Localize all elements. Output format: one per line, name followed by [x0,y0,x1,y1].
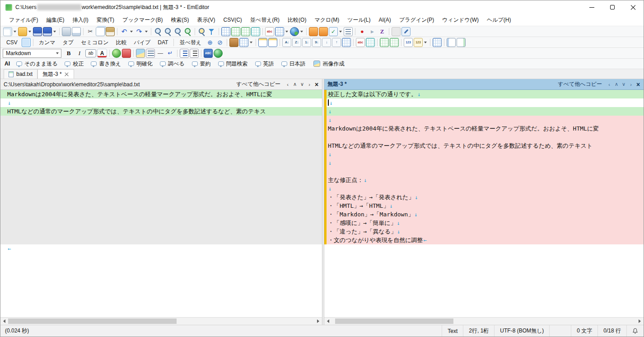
ai-lookup-button[interactable]: 調べる [156,59,188,69]
line-numbers-icon[interactable]: 123 [404,38,413,47]
manage-columns-icon[interactable] [433,38,442,47]
scroll-thumb[interactable] [8,318,177,324]
menu-plugins[interactable]: プラグイン(P) [395,14,438,26]
menu-macros[interactable]: マクロ(M) [310,14,343,26]
ai-find-issues-button[interactable]: 問題検索 [215,59,252,69]
insert-column-icon[interactable] [342,38,351,47]
ai-create-image-button[interactable]: 画像作成 [309,59,348,69]
copy-all-to-other-button[interactable]: すべて他へコピー [233,80,284,88]
sort-az-ascending-icon[interactable]: A↓ [282,38,291,47]
split-pane-right-icon[interactable] [457,38,466,47]
delimiter-columns-icon[interactable] [275,27,284,36]
close-compare-button[interactable]: × [313,81,320,88]
down-change-button[interactable]: ∨ [299,81,306,87]
menu-sort[interactable]: 並べ替え(R) [246,14,284,26]
ai-proofread-button[interactable]: 校正 [61,59,87,69]
left-editor[interactable]: Markdownは2004年に発表さた、テキストベースの軽量マークアップ形式だ。… [0,90,322,317]
zoom-out-icon[interactable] [154,27,163,36]
undo-dropdown[interactable] [129,27,133,36]
unordered-list-icon[interactable] [190,49,199,58]
next-change-button[interactable]: › [306,82,313,87]
save-icon[interactable] [33,27,42,36]
new-file-icon[interactable] [3,27,12,36]
sort-ascending-icon[interactable]: ↓ [322,38,331,47]
ai-english-button[interactable]: 英語 [252,59,278,69]
menu-compare[interactable]: 比較(O) [284,14,310,26]
find-in-files-icon[interactable] [183,27,192,36]
ordered-list-icon[interactable] [180,49,189,58]
clear-format-icon[interactable] [122,49,131,58]
tab-bad-txt[interactable]: bad.txt [4,69,37,79]
web-globe-icon[interactable] [214,49,223,58]
status-doc-type[interactable]: Text [442,325,463,337]
insert-table-icon[interactable] [146,49,155,58]
csv-pipe-button[interactable]: パイプ [131,37,154,47]
open-folder-icon[interactable] [18,27,27,36]
spell-check-icon[interactable]: abc [265,27,274,36]
tab-close-icon[interactable] [65,72,69,76]
minimize-button[interactable] [581,0,602,14]
undo-icon[interactable]: ↶ [120,27,129,36]
menu-help[interactable]: ヘルプ(H) [483,14,515,26]
csv-tab-button[interactable]: タブ [59,37,78,47]
heading-row-icon[interactable] [258,38,267,47]
menu-csv[interactable]: CSV(C) [219,14,246,26]
column-ruler-icon[interactable]: 123 [414,38,423,47]
zoom-in-icon[interactable] [163,27,173,36]
font-color-button[interactable]: A [97,49,107,58]
sort-num-ascending-icon[interactable]: 1↓ [302,38,311,47]
notification-bell-icon[interactable] [626,325,644,337]
status-char-count[interactable]: 0 文字 [571,325,597,337]
horizontal-rule-icon[interactable]: — [156,49,165,58]
play-macro-icon[interactable]: ▶ [368,27,377,36]
scroll-track[interactable] [332,318,636,325]
filter-icon[interactable] [207,27,216,36]
menu-search[interactable]: 検索(S) [167,14,193,26]
new-file-dropdown[interactable] [13,27,17,36]
ai-toolbar-label[interactable]: AI [3,61,13,67]
spell-abc-icon[interactable]: ABC [204,49,213,58]
freeze-columns-icon[interactable] [268,38,277,47]
print-preview-icon[interactable] [72,27,81,36]
menu-bookmarks[interactable]: ブックマーク(B) [118,14,167,26]
italic-button[interactable]: I [75,49,84,58]
sort-az-descending-icon[interactable]: Z↓ [292,38,301,47]
tab-untitled-3[interactable]: 無題-3 * [37,69,74,79]
last-macro-icon[interactable]: Z [378,27,387,36]
csv-compare-button[interactable]: 比較 [112,37,131,47]
column-abc-icon[interactable]: abc [356,38,365,47]
up-change-button[interactable]: ∧ [613,81,620,87]
csv-menu-button[interactable]: CSV [3,37,21,47]
csv-convert-icon[interactable] [231,27,240,36]
next-change-button[interactable]: › [627,82,635,87]
add-separator-icon[interactable]: ⊕ [205,38,215,47]
print-icon[interactable] [62,27,71,36]
left-pane-header[interactable]: C:\Users\takah\Dropbox\work\emeditor25\s… [0,79,322,90]
menu-convert[interactable]: 変換(T) [93,14,118,26]
external-tools-icon[interactable] [319,27,328,36]
ruler-dropdown[interactable] [423,38,427,47]
tsv-convert-icon[interactable] [241,27,250,36]
ai-japanese-button[interactable]: 日本語 [278,59,309,69]
bold-button[interactable]: B [64,49,74,58]
maximize-button[interactable] [602,0,623,14]
menu-insert[interactable]: 挿入(I) [68,14,92,26]
markdown-mode-select[interactable]: Markdown [3,49,61,58]
scroll-left-arrow[interactable] [0,318,8,325]
ai-rewrite-button[interactable]: 書き換え [87,59,125,69]
csv-dat-button[interactable]: DAT [154,37,172,47]
standard-mode-icon[interactable] [22,38,31,47]
csv-tools-icon[interactable] [229,38,238,47]
hyperlink-icon[interactable] [112,49,121,58]
scroll-left-arrow[interactable] [324,318,332,325]
find-icon[interactable] [197,27,206,36]
right-horizontal-scrollbar[interactable] [324,317,644,325]
save-dropdown[interactable] [52,27,56,36]
delimiter-dropdown[interactable] [285,27,289,36]
customize-tools-icon[interactable] [309,27,318,36]
redo-dropdown[interactable] [144,27,148,36]
left-horizontal-scrollbar[interactable] [0,317,322,325]
no-separator-icon[interactable]: ⊘ [215,38,224,47]
select-column-icon[interactable] [239,38,248,47]
cell-selection-mode-icon[interactable] [221,27,230,36]
